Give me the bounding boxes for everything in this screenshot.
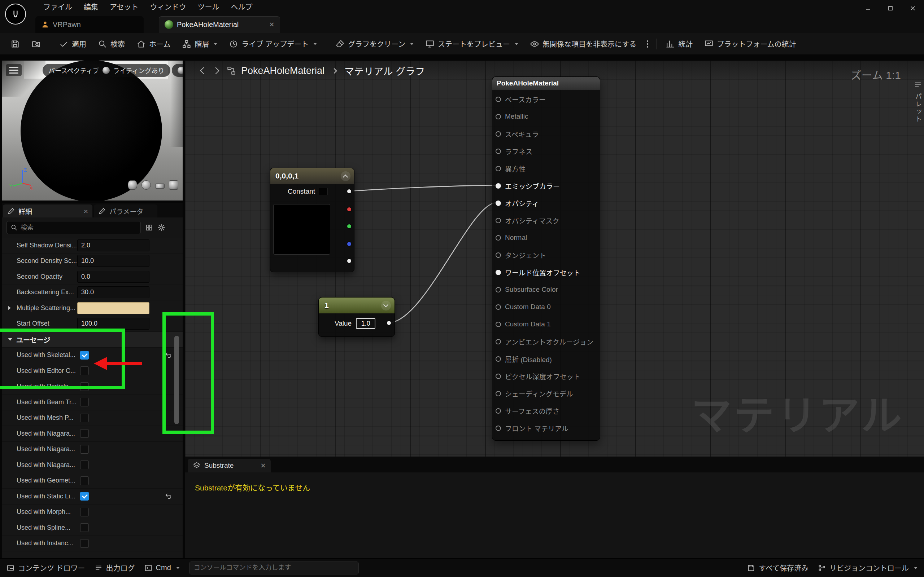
material-result-node[interactable]: PokeAHoleMaterial ベースカラー Metallic スペキュラ … — [492, 76, 600, 441]
pin-circle-icon[interactable] — [496, 374, 501, 379]
platform-stats-button[interactable]: プラットフォームの統計 — [699, 36, 801, 52]
tab-details[interactable]: 詳細 × — [3, 205, 92, 218]
viewport-menu-button[interactable] — [6, 64, 22, 76]
reset-to-default-icon[interactable] — [165, 492, 173, 500]
menu-edit[interactable]: 編集 — [78, 0, 104, 15]
pin-circle-icon[interactable] — [496, 114, 501, 119]
pin-ambient-occlusion[interactable]: アンビエントオクルージョン — [492, 333, 600, 350]
pin-world-position-offset[interactable]: ワールド位置オフセット — [492, 264, 600, 281]
minimize-button[interactable] — [857, 0, 879, 16]
checkbox[interactable] — [80, 445, 89, 454]
live-update-button[interactable]: ライブ アップデート — [224, 36, 321, 52]
cmd-selector[interactable]: Cmd — [144, 564, 180, 572]
value-swatch[interactable] — [77, 302, 149, 314]
clean-graph-button[interactable]: グラフをクリーン — [331, 36, 418, 52]
pin-custom-data-0[interactable]: Custom Data 0 — [492, 298, 600, 316]
pin-circle-icon[interactable] — [496, 305, 501, 310]
save-button[interactable] — [6, 36, 24, 52]
back-arrow-icon[interactable] — [198, 66, 207, 76]
reset-to-default-icon[interactable] — [165, 351, 173, 359]
pin-circle-icon[interactable] — [496, 425, 501, 431]
pin-circle-icon[interactable] — [496, 391, 501, 396]
maximize-button[interactable] — [879, 0, 901, 16]
value-field[interactable]: 2.0 — [77, 239, 149, 251]
pin-circle-icon[interactable] — [496, 270, 501, 275]
palette-side-tab[interactable]: パレット — [913, 81, 922, 123]
usage-section-header[interactable]: ユーセージ — [2, 332, 183, 348]
sphere-preview-button[interactable] — [142, 180, 151, 190]
plane-preview-button[interactable] — [155, 184, 165, 189]
checkbox[interactable] — [80, 492, 89, 501]
tab-close-icon[interactable]: × — [261, 461, 266, 470]
tab-pokeaholematerial[interactable]: PokeAHoleMaterial × — [159, 16, 280, 33]
lit-mode-button[interactable]: ライティングあり — [97, 64, 170, 77]
pin-circle-icon[interactable] — [496, 183, 501, 189]
color-swatch[interactable] — [319, 188, 327, 195]
breadcrumb-root[interactable]: PokeAHoleMaterial — [241, 65, 325, 76]
scalar-value-field[interactable]: 1.0 — [356, 318, 375, 329]
pin-refraction[interactable]: 屈折 (Disabled) — [492, 350, 600, 367]
pin-circle-icon[interactable] — [496, 322, 501, 327]
settings-gear-icon[interactable] — [157, 224, 165, 232]
menu-window[interactable]: ウィンドウ — [144, 0, 192, 15]
pin-surface-thickness[interactable]: サーフェスの厚さ — [492, 402, 600, 419]
perspective-button[interactable]: パースペクティブ — [43, 64, 105, 77]
output-pin-g[interactable] — [347, 224, 352, 229]
pin-pixel-depth-offset[interactable]: ピクセル深度オフセット — [492, 367, 600, 385]
pin-normal[interactable]: Normal — [492, 229, 600, 246]
value-field[interactable]: 30.0 — [77, 286, 149, 298]
unreal-logo[interactable] — [5, 3, 26, 24]
pin-shading-model[interactable]: シェーディングモデル — [492, 385, 600, 402]
pin-metallic[interactable]: Metallic — [492, 108, 600, 125]
pin-emissive-color[interactable]: エミッシブカラー — [492, 177, 600, 194]
checkbox[interactable] — [80, 414, 89, 422]
constant-node-header[interactable]: 0,0,0,1 — [270, 168, 354, 184]
search-button[interactable]: 検索 — [93, 36, 129, 52]
checkbox[interactable] — [80, 523, 89, 532]
output-pin-r[interactable] — [347, 206, 352, 212]
pin-opacity[interactable]: オパシティ — [492, 194, 600, 212]
checkbox[interactable] — [80, 366, 89, 375]
constant-color-preview[interactable] — [273, 204, 330, 255]
tab-vrpawn[interactable]: VRPawn — [36, 16, 144, 33]
pin-circle-icon[interactable] — [496, 235, 501, 240]
pin-circle-icon[interactable] — [496, 408, 501, 414]
tab-substrate[interactable]: Substrate × — [188, 459, 271, 472]
collapse-down-icon[interactable] — [381, 301, 391, 311]
details-search-input[interactable] — [21, 224, 137, 232]
checkbox[interactable] — [80, 476, 89, 485]
preview-viewport[interactable]: パースペクティブ ライティングあり Z X Y — [2, 61, 183, 200]
save-status-button[interactable]: すべて保存済み — [747, 562, 809, 573]
menu-file[interactable]: ファイル — [37, 0, 78, 15]
pin-circle-icon[interactable] — [496, 339, 501, 344]
checkbox[interactable] — [80, 539, 89, 548]
pin-circle-icon[interactable] — [496, 166, 501, 171]
scalar-constant-node[interactable]: 1 Value 1.0 — [318, 297, 395, 337]
preview-state-button[interactable]: ステートをプレビュー — [420, 36, 523, 52]
menu-tools[interactable]: ツール — [192, 0, 225, 15]
pin-opacity-mask[interactable]: オパシティマスク — [492, 212, 600, 229]
details-scrollbar[interactable] — [174, 336, 179, 424]
show-flags-button[interactable] — [172, 64, 183, 77]
hierarchy-button[interactable]: 階層 — [177, 36, 222, 52]
details-search-box[interactable] — [6, 221, 141, 234]
pin-circle-icon[interactable] — [496, 200, 501, 206]
checkbox[interactable] — [80, 461, 89, 469]
display-grid-icon[interactable] — [145, 224, 153, 232]
pin-base-color[interactable]: ベースカラー — [492, 90, 600, 108]
pin-tangent[interactable]: タンジェント — [492, 246, 600, 264]
output-log-button[interactable]: 出力ログ — [95, 562, 135, 573]
expand-arrow-icon[interactable] — [8, 306, 11, 310]
pin-anisotropy[interactable]: 異方性 — [492, 160, 600, 177]
apply-button[interactable]: 適用 — [55, 36, 91, 52]
output-pin[interactable] — [386, 320, 392, 326]
checkbox[interactable] — [80, 508, 89, 516]
pin-circle-icon[interactable] — [496, 148, 501, 154]
pin-circle-icon[interactable] — [496, 253, 501, 258]
pin-subsurface-color[interactable]: Subsurface Color — [492, 281, 600, 298]
revision-control-button[interactable]: リビジョンコントロール — [818, 562, 918, 573]
collapse-up-icon[interactable] — [341, 171, 351, 181]
cube-preview-button[interactable] — [169, 180, 178, 190]
tab-close-icon[interactable]: × — [84, 207, 88, 215]
cylinder-preview-button[interactable] — [128, 180, 137, 190]
